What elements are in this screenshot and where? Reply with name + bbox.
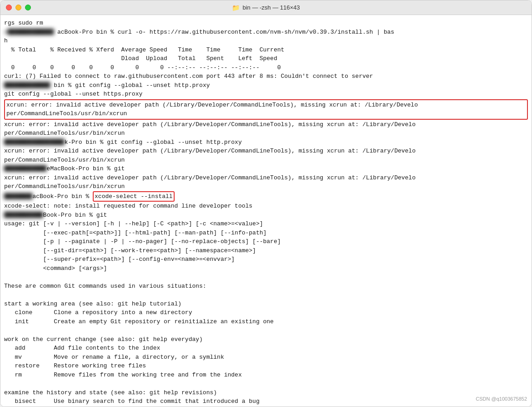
terminal-line: █████████████████k-Pro bin % git config …	[4, 138, 528, 147]
terminal-line: rm Remove files from the working tree an…	[4, 371, 528, 380]
minimize-button[interactable]	[15, 5, 21, 10]
terminal-body[interactable]: rgs sudo rm e█████████████ acBook-Pro bi…	[0, 15, 532, 407]
traffic-lights	[6, 5, 31, 10]
blurred-text: ████████████	[4, 165, 47, 172]
terminal-line: These are common Git commands used in va…	[4, 282, 528, 291]
terminal-line: xcrun: error: invalid active developer p…	[4, 173, 528, 183]
blurred-text: e█████████████	[4, 29, 54, 36]
terminal-line: h	[4, 36, 528, 46]
terminal-line: clone Clone a repository into a new dire…	[4, 308, 528, 317]
terminal-line: e█████████████ acBook-Pro bin % curl -o-…	[4, 28, 528, 37]
terminal-line: [--exec-path[=<path>]] [--html-path] [--…	[4, 229, 528, 238]
terminal-line	[4, 273, 528, 282]
terminal-line: per/CommandLineTools/usr/bin/xcrun	[6, 109, 526, 118]
error-highlight-block: xcrun: error: invalid active developer p…	[4, 99, 528, 120]
terminal-line: █████████████ bin % git config --global …	[4, 81, 528, 90]
terminal-line: 0 0 0 0 0 0 0 0 --:--:-- --:--:-- --:--:…	[4, 63, 528, 72]
terminal-window: 📁 bin — -zsh — 116×43 rgs sudo rm e█████…	[0, 0, 532, 407]
terminal-line: per/CommandLineTools/usr/bin/xcrun	[4, 129, 528, 138]
terminal-line: [--super-prefix=<path>] [--config-env=<n…	[4, 255, 528, 264]
terminal-line: per/CommandLineTools/usr/bin/xcrun	[4, 156, 528, 165]
blurred-text: ███████████	[4, 212, 43, 219]
terminal-line: xcode-select: note: install requested fo…	[4, 202, 528, 211]
terminal-line: xcrun: error: invalid active developer p…	[4, 147, 528, 156]
maximize-button[interactable]	[25, 5, 31, 10]
window-title: 📁 bin — -zsh — 116×43	[232, 4, 300, 11]
terminal-line: restore Restore working tree files	[4, 361, 528, 371]
terminal-line: % Total % Received % Xferd Average Speed…	[4, 46, 528, 55]
terminal-line: Dload Upload Total Spent Left Speed	[4, 54, 528, 63]
terminal-line: work on the current change (see also: gi…	[4, 335, 528, 344]
blurred-text: ████████	[4, 193, 32, 200]
terminal-line: ████████████eMacBook-Pro bin % git	[4, 164, 528, 173]
terminal-line: mv Move or rename a file, a directory, o…	[4, 353, 528, 362]
terminal-line: ███████████Book-Pro bin % git	[4, 211, 528, 220]
terminal-line: xcrun: error: invalid active developer p…	[6, 101, 526, 110]
terminal-line	[4, 290, 528, 300]
terminal-line: examine the history and state (see also:…	[4, 388, 528, 397]
terminal-line: rgs sudo rm	[4, 19, 528, 28]
terminal-line: git config --global --unset https.proxy	[4, 90, 528, 99]
terminal-line: per/CommandLineTools/usr/bin/xcrun	[4, 182, 528, 191]
terminal-line: add Add file contents to the index	[4, 344, 528, 353]
terminal-line: bisect Use binary search to find the com…	[4, 397, 528, 406]
terminal-line	[4, 379, 528, 388]
terminal-line: [-p | --paginate | -P | --no-pager] [--n…	[4, 237, 528, 246]
xcode-command-highlight: xcode-select --install	[93, 191, 175, 202]
blurred-text: █████████████████	[4, 139, 65, 146]
close-button[interactable]	[6, 5, 12, 10]
terminal-line: xcrun: error: invalid active developer p…	[4, 120, 528, 129]
terminal-line: start a working area (see also: git help…	[4, 300, 528, 309]
blurred-text: █████████████	[4, 82, 50, 89]
terminal-line: <command> [<args>]	[4, 264, 528, 273]
terminal-line: init Create an empty Git repository or r…	[4, 317, 528, 326]
terminal-line	[4, 326, 528, 335]
terminal-line: ████████acBook-Pro bin % xcode-select --…	[4, 191, 528, 202]
terminal-line: curl: (7) Failed to connect to raw.githu…	[4, 72, 528, 81]
titlebar: 📁 bin — -zsh — 116×43	[0, 0, 532, 15]
folder-icon: 📁	[232, 4, 240, 11]
watermark: CSDN @q1003675852	[476, 395, 527, 403]
terminal-line: [--git-dir=<path>] [--work-tree=<path>] …	[4, 246, 528, 255]
terminal-line: usage: git [-v | --version] [-h | --help…	[4, 219, 528, 229]
